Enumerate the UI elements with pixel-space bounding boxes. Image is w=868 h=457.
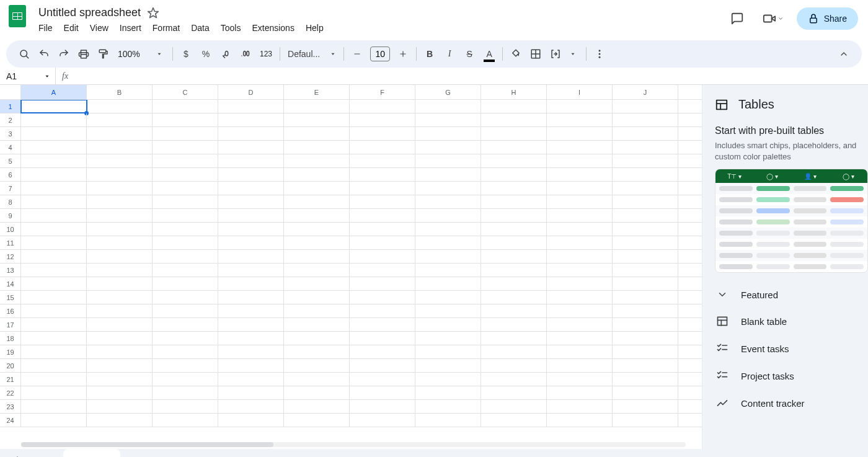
cell[interactable] <box>481 113 547 126</box>
cell[interactable] <box>21 100 87 113</box>
cell[interactable] <box>415 154 481 167</box>
template-event-tasks[interactable]: Event tasks <box>715 342 868 355</box>
cell[interactable] <box>547 250 613 263</box>
cell[interactable] <box>87 250 153 263</box>
cell[interactable] <box>87 223 153 236</box>
cell[interactable] <box>87 113 153 126</box>
cell[interactable] <box>284 127 350 140</box>
cell[interactable] <box>415 359 481 372</box>
cell[interactable] <box>481 236 547 249</box>
cell[interactable] <box>547 345 613 358</box>
cell[interactable] <box>547 195 613 208</box>
cell[interactable] <box>284 291 350 304</box>
star-icon[interactable] <box>147 7 159 19</box>
cell[interactable] <box>415 223 481 236</box>
cell[interactable] <box>415 277 481 290</box>
cell[interactable] <box>415 141 481 154</box>
cell[interactable] <box>350 373 415 386</box>
featured-section-toggle[interactable]: Featured <box>715 289 868 300</box>
cell[interactable] <box>284 264 350 277</box>
collapse-toolbar-button[interactable] <box>835 45 853 63</box>
cell[interactable] <box>613 127 678 140</box>
cell[interactable] <box>547 182 613 195</box>
horizontal-scrollbar[interactable] <box>0 440 702 449</box>
select-all-corner[interactable] <box>0 85 21 99</box>
cell[interactable] <box>153 195 218 208</box>
cell[interactable] <box>481 250 547 263</box>
cell[interactable] <box>547 100 613 113</box>
cell[interactable] <box>87 400 153 413</box>
row-header[interactable]: 6 <box>0 168 21 181</box>
font-size-input[interactable] <box>370 47 390 61</box>
column-header[interactable]: A <box>21 85 87 99</box>
cell[interactable] <box>153 332 218 345</box>
cell[interactable] <box>87 127 153 140</box>
cell[interactable] <box>415 386 481 399</box>
cell[interactable] <box>153 373 218 386</box>
cell[interactable] <box>481 318 547 331</box>
cell[interactable] <box>153 345 218 358</box>
cell[interactable] <box>153 209 218 222</box>
cell[interactable] <box>415 304 481 317</box>
cell[interactable] <box>481 291 547 304</box>
cell[interactable] <box>153 414 218 427</box>
column-header[interactable]: F <box>350 85 415 99</box>
cell[interactable] <box>350 400 415 413</box>
cell[interactable] <box>350 100 415 113</box>
cell[interactable] <box>21 195 87 208</box>
cell[interactable] <box>87 209 153 222</box>
cell[interactable] <box>547 373 613 386</box>
cell[interactable] <box>284 182 350 195</box>
cell[interactable] <box>350 414 415 427</box>
cell[interactable] <box>613 264 678 277</box>
cell[interactable] <box>481 195 547 208</box>
cell[interactable] <box>481 277 547 290</box>
cell[interactable] <box>415 236 481 249</box>
cell[interactable] <box>21 318 87 331</box>
cell[interactable] <box>350 113 415 126</box>
merge-cells-button[interactable] <box>546 45 565 63</box>
cell[interactable] <box>21 250 87 263</box>
cell[interactable] <box>547 154 613 167</box>
column-header[interactable]: I <box>547 85 613 99</box>
cell[interactable] <box>613 373 678 386</box>
cell[interactable] <box>547 386 613 399</box>
cell[interactable] <box>415 414 481 427</box>
menu-extensions[interactable]: Extensions <box>247 20 299 35</box>
cell[interactable] <box>21 223 87 236</box>
cell[interactable] <box>218 359 284 372</box>
cell[interactable] <box>415 168 481 181</box>
menu-help[interactable]: Help <box>301 20 329 35</box>
template-content-tracker[interactable]: Content tracker <box>715 397 868 409</box>
cell[interactable] <box>613 291 678 304</box>
cell[interactable] <box>218 414 284 427</box>
cell[interactable] <box>284 168 350 181</box>
table-preview[interactable]: T⊤ ▾◯ ▾👤 ▾◯ ▾ <box>715 169 868 273</box>
row-header[interactable]: 18 <box>0 332 21 345</box>
column-header[interactable]: C <box>153 85 218 99</box>
row-header[interactable]: 7 <box>0 182 21 195</box>
cell[interactable] <box>350 386 415 399</box>
cell[interactable] <box>21 113 87 126</box>
all-sheets-button[interactable] <box>35 450 57 457</box>
cell[interactable] <box>21 373 87 386</box>
cell[interactable] <box>613 318 678 331</box>
cell[interactable] <box>613 386 678 399</box>
cell[interactable] <box>613 154 678 167</box>
row-header[interactable]: 12 <box>0 250 21 263</box>
cell[interactable] <box>481 127 547 140</box>
cell[interactable] <box>284 318 350 331</box>
cell[interactable] <box>284 400 350 413</box>
cell[interactable] <box>415 100 481 113</box>
cell[interactable] <box>284 236 350 249</box>
cell[interactable] <box>613 141 678 154</box>
row-header[interactable]: 3 <box>0 127 21 140</box>
cell[interactable] <box>481 168 547 181</box>
cell[interactable] <box>153 359 218 372</box>
cell[interactable] <box>87 264 153 277</box>
menu-edit[interactable]: Edit <box>59 20 84 35</box>
cell[interactable] <box>284 141 350 154</box>
template-project-tasks[interactable]: Project tasks <box>715 370 868 382</box>
search-menus-button[interactable] <box>15 45 33 63</box>
cell[interactable] <box>284 154 350 167</box>
